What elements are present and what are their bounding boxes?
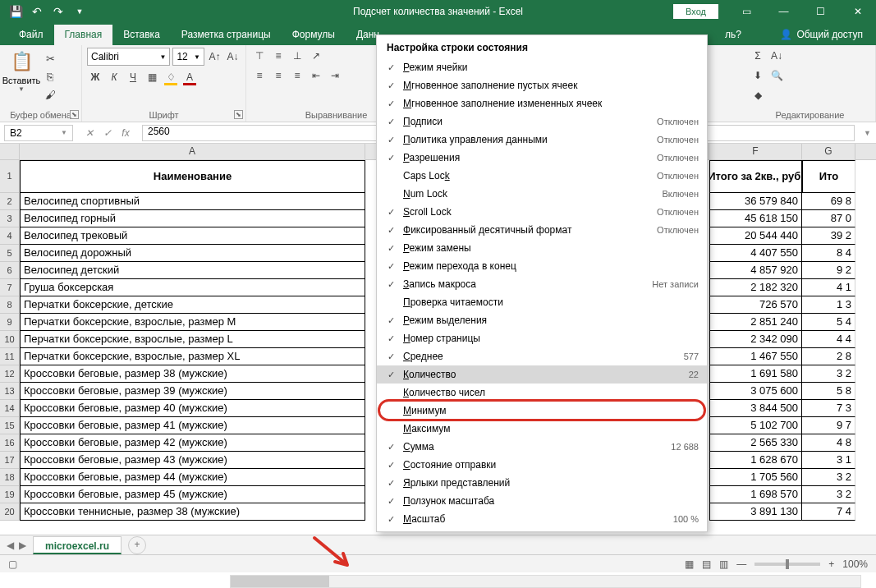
save-icon[interactable]: 💾 — [7, 2, 25, 21]
cell[interactable]: 4 4 — [802, 331, 855, 348]
cell[interactable]: 3 1 — [802, 452, 855, 469]
name-box[interactable]: B2▼ — [4, 125, 73, 141]
context-menu-item[interactable]: ✓Режим перехода в конец — [377, 257, 707, 275]
header-cell[interactable]: Итого за 2кв., руб. — [709, 160, 802, 193]
context-menu-item[interactable]: ✓Состояние отправки — [377, 456, 707, 474]
increase-indent-icon[interactable]: ⇥ — [327, 67, 343, 84]
view-normal-icon[interactable]: ▦ — [685, 558, 694, 570]
context-menu-item[interactable]: ✓ПодписиОтключен — [377, 113, 707, 131]
col-header-A[interactable]: A — [20, 144, 365, 159]
tab-insert[interactable]: Вставка — [112, 25, 171, 45]
tab-help[interactable]: ль? — [714, 25, 752, 45]
view-layout-icon[interactable]: ▤ — [702, 558, 711, 570]
align-right-icon[interactable]: ≡ — [289, 67, 305, 84]
context-menu-item[interactable]: ✓Мгновенное заполнение измененных ячеек — [377, 94, 707, 113]
cell[interactable]: 5 8 — [802, 383, 855, 400]
cell[interactable]: 3 075 600 — [709, 383, 802, 400]
context-menu-item[interactable]: Количество чисел — [377, 384, 707, 402]
cell[interactable]: 3 2 — [802, 469, 855, 486]
cell[interactable]: 69 8 — [802, 193, 855, 210]
font-name-select[interactable]: Calibri▼ — [87, 48, 170, 66]
cell[interactable]: 3 844 500 — [709, 400, 802, 417]
context-menu-item[interactable]: ✓Режим ячейки — [377, 58, 707, 76]
context-menu-item[interactable]: Максимум — [377, 420, 707, 438]
context-menu-item[interactable]: ✓Ярлыки представлений — [377, 474, 707, 492]
context-menu-item[interactable]: ✓Масштаб100 % — [377, 510, 707, 528]
header-cell[interactable]: Ито — [802, 160, 855, 193]
select-all-corner[interactable] — [0, 144, 20, 159]
horizontal-scrollbar[interactable] — [230, 575, 861, 588]
cell[interactable]: Кроссовки беговые, размер 43 (мужские) — [20, 452, 365, 469]
fill-icon[interactable]: ⬇ — [750, 67, 766, 84]
decrease-indent-icon[interactable]: ⇤ — [308, 67, 324, 84]
row-header[interactable]: 20 — [0, 503, 20, 521]
cell[interactable]: 5 4 — [802, 314, 855, 331]
fill-color-icon[interactable]: ♢ — [163, 69, 179, 85]
row-header[interactable]: 3 — [0, 210, 20, 227]
row-header[interactable]: 14 — [0, 400, 20, 417]
row-header[interactable]: 13 — [0, 383, 20, 400]
context-menu-item[interactable]: ✓Ползунок масштаба — [377, 492, 707, 510]
cell[interactable]: 3 2 — [802, 365, 855, 383]
zoom-out-icon[interactable]: — — [736, 558, 746, 570]
cell[interactable]: 4 857 920 — [709, 262, 802, 279]
share-button[interactable]: 👤Общий доступ — [769, 25, 876, 45]
row-header[interactable]: 9 — [0, 314, 20, 331]
cut-icon[interactable]: ✂ — [41, 50, 59, 67]
cell[interactable]: Перчатки боксерские, взрослые, размер XL — [20, 348, 365, 365]
cell[interactable]: Кроссовки беговые, размер 38 (мужские) — [20, 365, 365, 383]
paste-button[interactable]: 📋 Вставить ▼ — [5, 48, 38, 105]
cell[interactable]: 87 0 — [802, 210, 855, 227]
context-menu-item[interactable]: Проверка читаемости — [377, 293, 707, 311]
cell[interactable]: 36 579 840 — [709, 193, 802, 210]
cell[interactable]: 5 102 700 — [709, 417, 802, 434]
cell[interactable]: 2 342 090 — [709, 331, 802, 348]
find-icon[interactable]: 🔍 — [768, 67, 785, 84]
cell[interactable]: 1 698 570 — [709, 486, 802, 503]
clear-icon[interactable]: ◆ — [750, 87, 766, 103]
row-header[interactable]: 5 — [0, 245, 20, 262]
row-header[interactable]: 10 — [0, 331, 20, 348]
copy-icon[interactable]: ⎘ — [41, 68, 59, 85]
cell[interactable]: 8 4 — [802, 245, 855, 262]
orientation-icon[interactable]: ↗ — [308, 48, 324, 64]
cell[interactable]: Велосипед дорожный — [20, 245, 365, 262]
cell[interactable]: Груша боксерская — [20, 279, 365, 296]
undo-icon[interactable]: ↶ — [28, 2, 46, 21]
context-menu-item[interactable]: ✓Количество22 — [377, 365, 707, 384]
chevron-down-icon[interactable]: ▼ — [859, 129, 876, 137]
font-color-icon[interactable]: A — [181, 69, 198, 85]
cell[interactable]: 45 618 150 — [709, 210, 802, 227]
cell[interactable]: Кроссовки беговые, размер 39 (мужские) — [20, 383, 365, 400]
align-top-icon[interactable]: ⊤ — [251, 48, 268, 64]
cell[interactable]: 4 1 — [802, 279, 855, 296]
cell[interactable]: Велосипед спортивный — [20, 193, 365, 210]
borders-icon[interactable]: ▦ — [144, 69, 160, 85]
row-header[interactable]: 11 — [0, 348, 20, 365]
tab-formulas[interactable]: Формулы — [282, 25, 346, 45]
context-menu-item[interactable]: ✓Режим выделения — [377, 311, 707, 329]
cell[interactable]: 1 691 580 — [709, 365, 802, 383]
tab-nav-next-icon[interactable]: ▶ — [19, 540, 26, 551]
cell[interactable]: Кроссовки беговые, размер 40 (мужские) — [20, 400, 365, 417]
row-header-1[interactable]: 1 — [0, 160, 20, 193]
qat-dropdown-icon[interactable]: ▼ — [71, 2, 89, 21]
cell[interactable]: 39 2 — [802, 227, 855, 245]
cell[interactable]: Велосипед детский — [20, 262, 365, 279]
add-sheet-button[interactable]: + — [128, 536, 146, 554]
cell[interactable]: 9 7 — [802, 417, 855, 434]
context-menu-item[interactable]: ✓Среднее577 — [377, 347, 707, 365]
cell[interactable]: 2 182 320 — [709, 279, 802, 296]
login-button[interactable]: Вход — [673, 4, 718, 19]
bold-button[interactable]: Ж — [87, 69, 103, 85]
tab-file[interactable]: Файл — [8, 25, 54, 45]
cell[interactable]: Перчатки боксерские, взрослые, размер M — [20, 314, 365, 331]
align-bottom-icon[interactable]: ⊥ — [289, 48, 305, 64]
scroll-thumb[interactable] — [231, 576, 329, 587]
row-header[interactable]: 12 — [0, 365, 20, 383]
context-menu-item[interactable]: ✓Фиксированный десятичный форматОтключен — [377, 221, 707, 239]
tab-layout[interactable]: Разметка страницы — [171, 25, 282, 45]
row-header[interactable]: 18 — [0, 469, 20, 486]
cell[interactable]: Перчатки боксерские, взрослые, размер L — [20, 331, 365, 348]
cell[interactable]: 1 628 670 — [709, 452, 802, 469]
